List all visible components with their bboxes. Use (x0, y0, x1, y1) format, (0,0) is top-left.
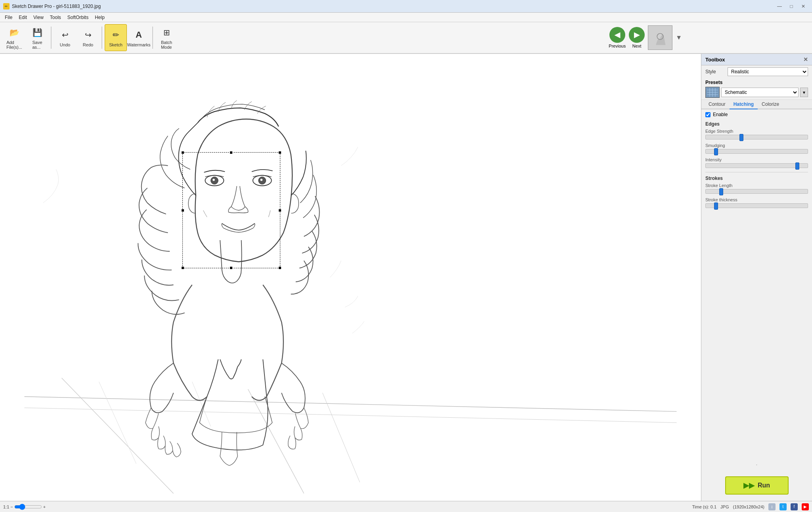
preset-preview-icon (707, 88, 718, 97)
statusbar: 1:1 − + Time (s): 0.1 JPG (1920x1280x24)… (0, 501, 812, 512)
style-select[interactable]: Realistic Artistic Cartoon Simple (728, 67, 808, 76)
run-icon: ▶▶ (743, 481, 755, 490)
intensity-track[interactable] (705, 163, 808, 168)
youtube-icon[interactable]: ▶ (802, 503, 809, 510)
preset-icon (705, 87, 720, 98)
menu-file[interactable]: File (2, 13, 15, 22)
stroke-thickness-thumb[interactable] (714, 203, 718, 210)
format-label: JPG (720, 504, 729, 509)
toolbar-separator-2 (102, 27, 102, 49)
edge-strength-label: Edge Strength (705, 129, 808, 134)
presets-label: Presets (705, 80, 808, 85)
main-area: Toolbox ✕ Style Realistic Artistic Carto… (0, 54, 812, 501)
stroke-length-track[interactable] (705, 189, 808, 194)
batch-mode-label: BatchMode (161, 40, 172, 50)
tab-colorize[interactable]: Colorize (758, 100, 783, 109)
status-left: 1:1 − + (3, 504, 46, 510)
sketch-label: Sketch (109, 42, 123, 47)
undo-button[interactable]: ↩ Undo (54, 24, 76, 51)
stroke-thickness-row: Stroke thickness (701, 196, 812, 210)
enable-checkbox[interactable] (705, 112, 710, 117)
zoom-minus[interactable]: − (10, 504, 13, 509)
tabs-row: Contour Hatching Colorize (701, 100, 812, 109)
menu-edit[interactable]: Edit (15, 13, 30, 22)
menu-softorbits[interactable]: SoftOrbits (64, 13, 92, 22)
zoom-plus[interactable]: + (43, 504, 46, 509)
presets-dropdown-arrow[interactable]: ▼ (800, 88, 808, 97)
stroke-thickness-track[interactable] (705, 203, 808, 208)
edge-strength-track[interactable] (705, 135, 808, 139)
edges-section: Edges Edge Strength Smudging Intensity (701, 120, 812, 170)
save-as-button[interactable]: 💾 Saveas... (26, 24, 48, 51)
titlebar: ✏ Sketch Drawer Pro - girl-511883_1920.j… (0, 0, 812, 13)
titlebar-controls: — □ ✕ (774, 2, 809, 11)
menu-tools[interactable]: Tools (47, 13, 64, 22)
tab-hatching[interactable]: Hatching (730, 100, 758, 109)
sketch-button[interactable]: ✏ Sketch (105, 24, 127, 51)
facebook-icon[interactable]: f (791, 503, 798, 510)
toolbox-spacer (701, 210, 812, 460)
thumbnail-image (648, 25, 672, 50)
toolbox-title: Toolbox (705, 57, 725, 63)
toolbox-indicator: · (701, 460, 812, 470)
presets-select[interactable]: Schematic Classic Modern Pencil (721, 88, 799, 97)
info-icon[interactable]: i (768, 503, 776, 510)
watermarks-button[interactable]: A Watermarks (128, 24, 150, 51)
intensity-thumb[interactable] (795, 162, 799, 170)
expand-preview-button[interactable]: ▼ (676, 34, 682, 41)
previous-nav-circle[interactable]: ◀ (609, 27, 625, 43)
toolbox-close-button[interactable]: ✕ (803, 56, 808, 63)
smudging-track[interactable] (705, 149, 808, 154)
menu-help[interactable]: Help (92, 13, 108, 22)
zoom-slider[interactable] (14, 504, 42, 510)
redo-label: Redo (83, 42, 93, 47)
edge-strength-thumb[interactable] (739, 134, 743, 141)
run-btn-row: ▶▶ Run (701, 470, 812, 501)
toolbox-header: Toolbox ✕ (701, 54, 812, 65)
tab-contour[interactable]: Contour (705, 100, 730, 109)
canvas-area[interactable] (0, 54, 701, 501)
intensity-row: Intensity (701, 156, 812, 170)
batch-mode-button[interactable]: ⊞ BatchMode (155, 24, 178, 51)
svg-point-12 (213, 179, 215, 181)
sketch-icon: ✏ (109, 29, 122, 41)
next-nav-circle[interactable]: ▶ (629, 27, 645, 43)
svg-point-15 (260, 179, 263, 181)
watermarks-label: Watermarks (127, 42, 151, 47)
stroke-length-label: Stroke Length (705, 183, 808, 188)
menu-view[interactable]: View (30, 13, 47, 22)
stroke-length-row: Stroke Length (701, 182, 812, 196)
presets-select-row: Schematic Classic Modern Pencil ▼ (705, 87, 808, 98)
window-title: Sketch Drawer Pro - girl-511883_1920.jpg (12, 4, 101, 9)
smudging-row: Smudging (701, 142, 812, 156)
toolbar-separator-3 (152, 27, 153, 49)
toolbar-separator-1 (51, 27, 52, 49)
zoom-label: 1:1 (3, 504, 9, 509)
maximize-button[interactable]: □ (786, 2, 797, 11)
batch-mode-icon: ⊞ (160, 26, 173, 39)
edge-strength-row: Edge Strength (701, 128, 812, 142)
toolbar: 📂 AddFile(s)... 💾 Saveas... ↩ Undo ↪ Red… (0, 22, 812, 54)
run-label: Run (758, 482, 770, 489)
status-right: Time (s): 0.1 JPG (1920x1280x24) i t f ▶ (692, 503, 809, 510)
watermarks-icon: A (132, 29, 145, 41)
stroke-length-thumb[interactable] (719, 188, 723, 195)
save-as-label: Saveas... (32, 40, 42, 50)
twitter-icon[interactable]: t (779, 503, 787, 510)
previous-label: Previous (609, 44, 626, 48)
intensity-label: Intensity (705, 157, 808, 162)
redo-button[interactable]: ↪ Redo (77, 24, 99, 51)
smudging-thumb[interactable] (714, 148, 718, 155)
stroke-thickness-label: Stroke thickness (705, 197, 808, 202)
run-button[interactable]: ▶▶ Run (725, 476, 789, 495)
sketch-drawing (0, 54, 701, 501)
toolbox-panel: Toolbox ✕ Style Realistic Artistic Carto… (701, 54, 812, 501)
preview-thumbnail (648, 25, 672, 50)
add-files-button[interactable]: 📂 AddFile(s)... (3, 24, 25, 51)
close-button[interactable]: ✕ (798, 2, 809, 11)
minimize-button[interactable]: — (774, 2, 785, 11)
enable-label[interactable]: Enable (713, 112, 728, 117)
strokes-section-header: Strokes (701, 174, 812, 182)
style-label: Style (705, 69, 725, 75)
enable-row: Enable (701, 109, 812, 120)
